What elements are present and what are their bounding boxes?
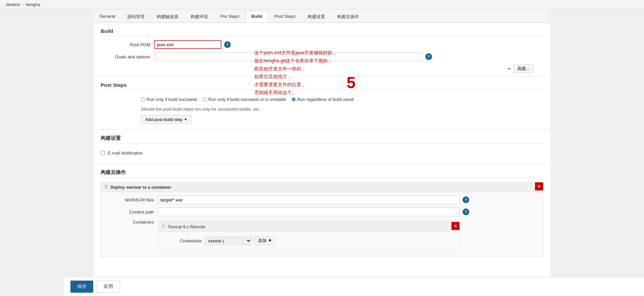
tab-build[interactable]: Build [246, 11, 268, 22]
main-content: General 源码管理 构建触发器 构建环境 Pre Steps Build … [94, 9, 550, 296]
deploy-close-button[interactable]: ✕ [535, 182, 543, 190]
add-post-build-step-label: Add post-build step [145, 117, 182, 122]
radio-run-or-unstable: Run only if build succeeds or is unstabl… [203, 97, 286, 102]
tomcat-body: Credentials xxxxxx ( 添加 ▼ [158, 232, 460, 250]
tab-source-mgmt[interactable]: 源码管理 [121, 11, 150, 22]
tab-build-env[interactable]: 构建环境 [185, 11, 214, 22]
deploy-body: WAR/EAR files ? Context path ? Container… [101, 192, 543, 257]
post-steps-radio-group: Run only if build succeeds Run only if b… [101, 94, 543, 105]
advanced-button[interactable]: 高级... [514, 64, 533, 73]
save-button[interactable]: 保存 [70, 281, 93, 293]
war-ear-row: WAR/EAR files ? [104, 195, 540, 204]
credentials-label: Credentials [162, 238, 202, 243]
tab-post-steps[interactable]: Post Steps [269, 11, 301, 22]
root-pom-input[interactable] [154, 40, 221, 49]
tomcat-title: Tomcat 9.x Remote [168, 224, 205, 229]
war-ear-label: WAR/EAR files [104, 197, 158, 202]
credentials-row: Credentials xxxxxx ( 添加 ▼ [162, 235, 456, 246]
breadcrumb-sep-2: › [42, 2, 44, 7]
apply-button[interactable]: 应用 [97, 281, 120, 293]
context-path-input[interactable] [158, 208, 460, 216]
email-notification-label: E-mail Notification [108, 151, 143, 156]
root-pom-help[interactable]: ? [224, 41, 231, 48]
breadcrumb-bar: Jenkins › hengha › [0, 0, 644, 9]
breadcrumb-hengha[interactable]: hengha [25, 2, 40, 7]
radio-run-or-unstable-label: Run only if build succeeds or is unstabl… [208, 97, 286, 102]
tab-build-settings[interactable]: 构建设置 [302, 11, 331, 22]
root-pom-row: Root POM ? [101, 40, 543, 49]
breadcrumb-sep-1: › [22, 2, 23, 7]
radio-run-only-build-succeeds: Run only if build succeeds [141, 97, 197, 102]
build-section: Build Root POM ? Goals and options ? ✏ 高… [94, 23, 550, 73]
build-title: Build [101, 28, 543, 36]
add-post-build-step-button[interactable]: Add post-build step ▼ [141, 115, 192, 124]
post-steps-hint: Should the post-build steps run only for… [101, 105, 543, 115]
goals-help[interactable]: ? [425, 53, 432, 60]
post-build-section: 构建后操作 ✕ ⠿ Deploy war/ear to a container … [94, 164, 550, 266]
email-notification-row: E-mail Notification [101, 148, 543, 158]
context-path-help[interactable]: ? [463, 209, 469, 215]
root-pom-label: Root POM [101, 42, 154, 47]
tabs-bar: General 源码管理 构建触发器 构建环境 Pre Steps Build … [94, 9, 550, 23]
war-ear-input[interactable] [158, 195, 460, 204]
radio-run-regardless: Run regardless of build result [291, 97, 354, 102]
dropdown-arrow-icon: ▼ [184, 118, 187, 121]
credentials-select[interactable]: xxxxxx ( [205, 237, 252, 245]
tab-general[interactable]: General [94, 11, 121, 22]
tomcat-section: ✕ ⠿ Tomcat 9.x Remote Credentials xxxxxx… [158, 222, 460, 250]
radio-run-regardless-label: Run regardless of build result [297, 97, 354, 102]
post-steps-section: Post Steps 5 Run only if build succeeds … [94, 76, 550, 129]
tab-build-triggers[interactable]: 构建触发器 [151, 11, 184, 22]
breadcrumb-jenkins[interactable]: Jenkins [5, 2, 20, 7]
pencil-icon: ✏ [507, 66, 512, 71]
deploy-header: ⠿ Deploy war/ear to a container [101, 182, 543, 192]
containers-row: Containers ✕ ⠿ Tomcat 9.x Remote Credent… [104, 220, 540, 250]
add-credentials-button[interactable]: 添加 ▼ [254, 236, 276, 245]
build-settings-section: 构建设置 E-mail Notification [94, 129, 550, 164]
email-notification-checkbox[interactable] [101, 151, 105, 155]
step-number-annotation: 5 [346, 73, 356, 92]
tab-post-build-actions[interactable]: 构建后操作 [331, 11, 365, 22]
deploy-title: Deploy war/ear to a container [110, 185, 171, 190]
radio-run-regardless-input[interactable] [291, 97, 296, 102]
tomcat-header: ⠿ Tomcat 9.x Remote [158, 222, 460, 232]
post-build-title: 构建后操作 [101, 169, 543, 178]
radio-run-only-label: Run only if build succeeds [147, 97, 197, 102]
context-path-label: Context path [104, 210, 158, 215]
drag-handle-icon: ⠿ [104, 184, 108, 190]
deploy-container: ✕ ⠿ Deploy war/ear to a container WAR/EA… [101, 182, 543, 257]
tomcat-drag-icon: ⠿ [162, 224, 165, 229]
context-path-row: Context path ? [104, 208, 540, 216]
containers-label: Containers [104, 220, 158, 225]
tomcat-close-button[interactable]: ✕ [451, 222, 460, 230]
goals-label: Goals and options [101, 54, 154, 59]
radio-run-or-unstable-input[interactable] [203, 97, 207, 102]
post-steps-title: Post Steps [101, 82, 543, 90]
bottom-bar: 保存 应用 [64, 277, 644, 296]
tab-pre-steps[interactable]: Pre Steps [214, 11, 245, 22]
build-settings-title: 构建设置 [101, 135, 543, 144]
radio-run-only-input[interactable] [141, 97, 145, 102]
war-ear-help[interactable]: ? [463, 196, 469, 203]
